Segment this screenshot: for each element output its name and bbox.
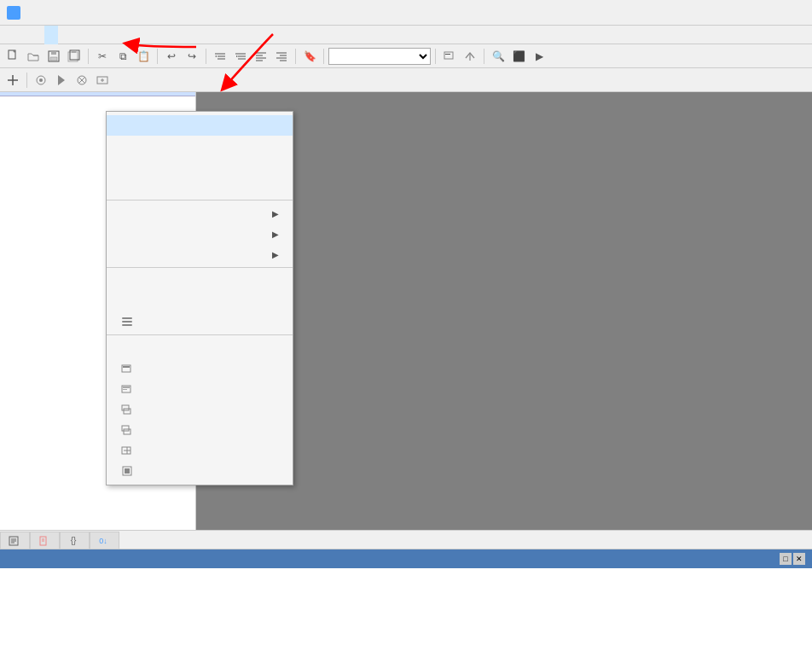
toolbar2-btn-2[interactable] (32, 71, 50, 90)
svg-rect-10 (122, 426, 129, 431)
build-btn[interactable] (440, 47, 459, 66)
maximize-button[interactable] (759, 4, 781, 21)
svg-point-42 (39, 78, 43, 82)
project-dropdown-menu: ▶ ▶ ▶ (106, 111, 293, 485)
menu-new-uvision-project[interactable] (107, 115, 293, 136)
save-btn[interactable] (44, 47, 63, 66)
align-left-btn[interactable] (252, 47, 270, 66)
menu-file[interactable] (3, 26, 17, 44)
svg-rect-18 (50, 57, 57, 61)
toolbar2-sep-1 (26, 73, 27, 88)
build-output-actions: □ ✕ (780, 553, 805, 565)
menu-open-project[interactable] (107, 156, 293, 177)
menu-savcs[interactable] (113, 26, 126, 44)
load-btn[interactable] (461, 47, 479, 66)
separator-2 (107, 267, 293, 268)
menu-import[interactable]: ▶ (107, 203, 293, 224)
save-all-btn[interactable] (65, 47, 84, 66)
stop-btn[interactable]: ⬛ (509, 47, 528, 66)
toolbar2-btn-1[interactable] (3, 71, 22, 90)
menu-remove-item[interactable] (107, 291, 293, 311)
bookmark-btn[interactable]: 🔖 (300, 47, 319, 66)
build-output-panel: □ ✕ (0, 549, 812, 651)
menu-tools[interactable] (99, 26, 113, 44)
tab-templates[interactable]: 0↓ (90, 532, 119, 549)
toolbar-sep-5 (323, 49, 324, 64)
menu-peripherals[interactable] (85, 26, 99, 44)
export-icon (120, 227, 134, 241)
close-button[interactable] (783, 4, 805, 21)
svg-rect-21 (72, 50, 76, 53)
svg-rect-11 (124, 429, 130, 434)
menu-rebuild-all[interactable] (107, 379, 293, 399)
stop-build-icon (120, 464, 134, 478)
menu-edit[interactable] (17, 26, 31, 44)
debug-btn[interactable]: 🔍 (489, 47, 508, 66)
toolbar-sep-7 (484, 49, 484, 64)
undo-btn[interactable]: ↩ (162, 47, 181, 66)
menu-export[interactable]: ▶ (107, 224, 293, 244)
copy-btn[interactable]: ⧉ (113, 47, 132, 66)
svg-rect-8 (122, 405, 129, 410)
books-tab-icon (38, 535, 49, 547)
menu-clean-targets[interactable] (107, 338, 293, 358)
separator-3 (107, 334, 293, 335)
app-icon (7, 6, 20, 20)
tab-functions[interactable]: {} (60, 532, 90, 549)
menu-flash[interactable] (58, 26, 72, 44)
menu-new-multi-project[interactable] (107, 136, 293, 156)
build-output-header: □ ✕ (0, 549, 812, 568)
manage-icon (120, 247, 134, 261)
tab-books[interactable] (30, 532, 60, 549)
toolbar2-btn-5[interactable] (93, 71, 112, 90)
align-right-btn[interactable] (272, 47, 291, 66)
toolbar2-btn-4[interactable] (72, 71, 91, 90)
import-submenu-arrow: ▶ (272, 209, 279, 218)
clean-targets-icon (120, 341, 134, 355)
svg-marker-43 (58, 75, 65, 85)
new-file-btn[interactable] (3, 47, 22, 66)
redo-btn[interactable]: ↪ (183, 47, 201, 66)
svg-rect-7 (123, 389, 127, 390)
tab-project[interactable] (0, 532, 30, 549)
menu-view[interactable] (31, 26, 44, 44)
menu-stop-build[interactable] (107, 461, 293, 481)
title-bar-left (7, 6, 26, 20)
svg-rect-36 (444, 52, 453, 59)
build-output-dock-btn[interactable]: □ (780, 553, 792, 565)
menu-close-project (107, 177, 293, 197)
rebuild-all-icon (120, 382, 134, 396)
menu-batch-setup[interactable] (107, 420, 293, 440)
menu-select-device[interactable] (107, 270, 293, 291)
toolbar-sep-2 (157, 49, 158, 64)
menu-help[interactable] (140, 26, 154, 44)
step-btn[interactable]: ▶ (530, 47, 548, 66)
svg-rect-4 (123, 366, 130, 368)
toolbar2-btn-3[interactable] (52, 71, 71, 90)
toolbar-sep-4 (295, 49, 296, 64)
menu-build-target[interactable] (107, 358, 293, 379)
menu-project[interactable] (44, 26, 58, 44)
menu-translate[interactable] (107, 440, 293, 461)
open-file-btn[interactable] (24, 47, 43, 66)
svg-rect-17 (51, 51, 56, 55)
paste-btn[interactable]: 📋 (134, 47, 153, 66)
separator-1 (107, 200, 293, 201)
svg-rect-1 (122, 321, 132, 323)
minimize-button[interactable] (735, 4, 757, 21)
batch-setup-icon (120, 423, 134, 437)
target-dropdown[interactable] (328, 48, 431, 65)
batch-build-icon (120, 403, 134, 416)
indent-btn[interactable] (211, 47, 229, 66)
window-controls (735, 4, 805, 21)
project-tab-icon (8, 535, 20, 547)
menu-batch-build[interactable] (107, 399, 293, 420)
cut-btn[interactable]: ✂ (93, 47, 112, 66)
toolbar-sep-6 (435, 49, 436, 64)
outdent-btn[interactable] (231, 47, 250, 66)
menu-debug[interactable] (72, 26, 85, 44)
menu-window[interactable] (126, 26, 140, 44)
build-output-close-btn[interactable]: ✕ (793, 553, 805, 565)
menu-manage[interactable]: ▶ (107, 244, 293, 264)
menu-options[interactable] (107, 311, 293, 332)
